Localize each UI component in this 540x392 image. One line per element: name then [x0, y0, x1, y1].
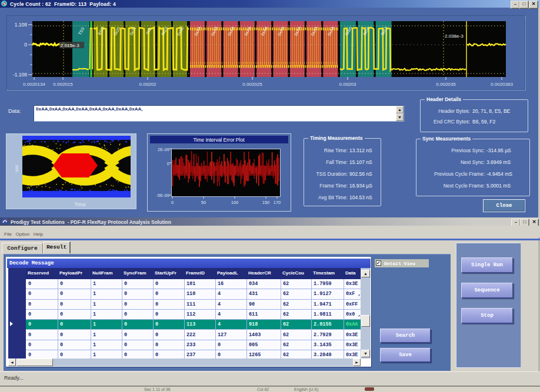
- svg-text:2.015e-3: 2.015e-3: [61, 43, 79, 48]
- svg-text:0: 0: [24, 42, 27, 48]
- svg-text:100: 100: [231, 200, 239, 205]
- svg-text:0: 0: [171, 200, 174, 205]
- svg-text:0.00202: 0.00202: [139, 82, 156, 87]
- svg-text:2.038e-3: 2.038e-3: [445, 33, 464, 39]
- svg-text:0.00203: 0.00203: [339, 82, 356, 87]
- svg-text:Time: Time: [74, 202, 86, 207]
- svg-text:0.002015: 0.002015: [53, 82, 73, 87]
- svg-text:150: 150: [262, 200, 270, 205]
- svg-text:Time Interval Error Plot: Time Interval Error Plot: [193, 137, 245, 143]
- svg-text:0.0020134: 0.0020134: [23, 82, 45, 87]
- svg-text:0.002035: 0.002035: [436, 82, 456, 87]
- svg-text:-1.108: -1.108: [13, 72, 27, 78]
- svg-text:50: 50: [201, 200, 206, 205]
- svg-text:0.002025: 0.002025: [242, 82, 262, 87]
- svg-text:Volt: Volt: [15, 165, 19, 172]
- svg-text:1.108: 1.108: [15, 22, 28, 28]
- svg-text:170: 170: [274, 200, 281, 205]
- svg-text:0: 0: [167, 161, 169, 166]
- svg-text:0.0020383: 0.0020383: [491, 82, 513, 87]
- svg-text:2E-09: 2E-09: [158, 147, 169, 152]
- svg-text:-5E-09: -5E-09: [156, 193, 169, 198]
